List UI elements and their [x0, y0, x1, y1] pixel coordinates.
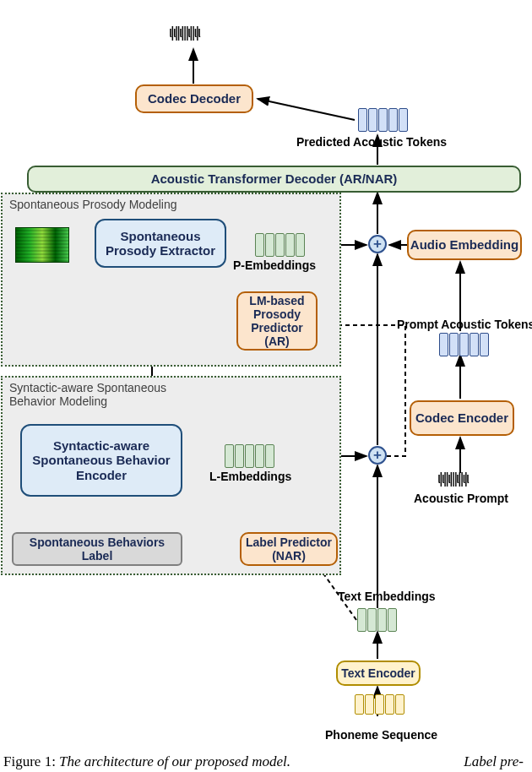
codec-encoder-block: Codec Encoder: [410, 400, 514, 436]
prompt-tokens-label: Prompt Acoustic Tokens: [397, 318, 532, 331]
text-embedding-bar: [357, 608, 366, 632]
predicted-token-bar: [368, 108, 377, 132]
waveform-output-icon: ι|ι||ι|||ι||ι|ι: [169, 24, 199, 41]
prompt-token-bar: [459, 333, 469, 356]
caption-body-2: Label pre-: [464, 753, 527, 770]
p-embeddings-label: P-Embeddings: [233, 258, 316, 272]
prompt-token-bar: [439, 333, 448, 356]
caption-body-1: The architecture of our proposed model.: [59, 753, 290, 769]
waveform-prompt-icon: ι|ι||ι|||ι||ι|ι: [437, 470, 468, 487]
l-embeddings-label: L-Embeddings: [209, 470, 291, 483]
phoneme-sequence-label: Phoneme Sequence: [325, 728, 437, 742]
predicted-token-bar: [388, 108, 398, 132]
phoneme-token-bar: [355, 694, 364, 715]
text-embedding-bar: [377, 608, 387, 632]
l-embedding-bar: [225, 444, 234, 468]
l-embedding-bar: [255, 444, 264, 468]
predicted-tokens-label: Predicted Acoustic Tokens: [262, 135, 481, 149]
module-prosody-title: Spontaneous Prosody Modeling: [9, 198, 176, 211]
p-embedding-bar: [275, 233, 285, 257]
sum-node-2: +: [368, 446, 387, 465]
text-embedding-bar: [367, 608, 377, 632]
p-embedding-bar: [285, 233, 295, 257]
acoustic-prompt-label: Acoustic Prompt: [414, 492, 508, 505]
caption-prefix: Figure 1:: [3, 753, 56, 769]
p-embedding-bar: [265, 233, 274, 257]
prompt-token-bar: [470, 333, 479, 356]
behavior-encoder-block: Syntactic-aware Spontaneous Behavior Enc…: [20, 424, 182, 497]
prosody-predictor-block: LM-based Prosody Predictor (AR): [236, 291, 318, 351]
phoneme-token-bar: [385, 694, 394, 715]
text-embedding-bar: [388, 608, 397, 632]
audio-embedding-block: Audio Embedding: [407, 230, 522, 260]
prosody-extractor-block: Spontaneous Prosody Extractor: [95, 219, 226, 268]
label-predictor-block: Label Predictor (NAR): [240, 532, 338, 566]
svg-line-6: [258, 99, 355, 120]
sum-node-1: +: [368, 235, 387, 253]
phoneme-token-bar: [395, 694, 404, 715]
phoneme-token-bar: [365, 694, 374, 715]
acoustic-decoder-block: Acoustic Transformer Decoder (AR/NAR): [27, 166, 521, 193]
prompt-token-bar: [449, 333, 459, 356]
predicted-token-bar: [399, 108, 408, 132]
l-embedding-bar: [265, 444, 274, 468]
predicted-token-bar: [358, 108, 367, 132]
l-embedding-bar: [245, 444, 254, 468]
predicted-token-bar: [378, 108, 388, 132]
prompt-token-bar: [480, 333, 489, 356]
text-embeddings-label: Text Embeddings: [338, 590, 436, 603]
p-embedding-bar: [296, 233, 305, 257]
l-embedding-bar: [235, 444, 244, 468]
codec-decoder-block: Codec Decoder: [135, 84, 253, 113]
figure-caption: Figure 1: The architecture of our propos…: [3, 753, 527, 770]
behaviors-label-block: Spontaneous Behaviors Label: [12, 532, 182, 566]
module-behavior-title: Syntactic-aware Spontaneous Behavior Mod…: [9, 381, 204, 408]
text-encoder-block: Text Encoder: [336, 661, 421, 686]
p-embedding-bar: [255, 233, 264, 257]
phoneme-token-bar: [375, 694, 384, 715]
diagram-page: Spontaneous Prosody Modeling Syntactic-a…: [0, 0, 532, 772]
spectrogram-icon: [15, 227, 69, 263]
